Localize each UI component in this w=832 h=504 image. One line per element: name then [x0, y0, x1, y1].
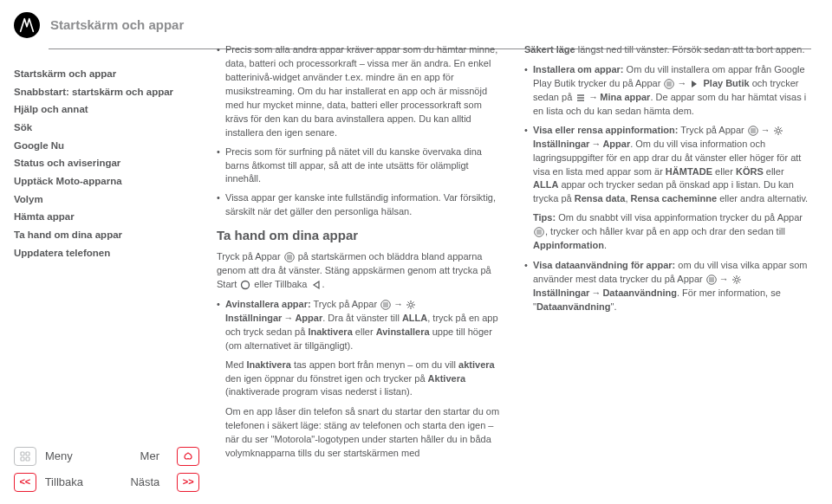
svg-point-12	[289, 258, 290, 260]
svg-point-28	[669, 81, 671, 83]
nav-item[interactable]: Ta hand om dina appar	[14, 228, 199, 242]
svg-point-46	[751, 132, 752, 133]
svg-point-48	[754, 132, 756, 133]
menu-label: Meny	[45, 449, 123, 465]
nav-item[interactable]: Uppdatera telefonen	[14, 246, 199, 261]
svg-rect-0	[21, 452, 24, 456]
apps-grid-icon	[748, 126, 758, 136]
svg-point-14	[242, 281, 250, 288]
sidebar-footer: Meny Mer << Tillbaka Nästa >>	[0, 440, 199, 504]
paragraph: Säkert läge längst ned till vänster. För…	[524, 43, 811, 57]
back-label: Tillbaka	[45, 475, 122, 491]
svg-point-59	[540, 234, 542, 236]
home-icon	[240, 280, 250, 290]
svg-rect-3	[26, 457, 29, 461]
svg-point-19	[383, 304, 385, 306]
svg-point-27	[667, 81, 669, 83]
svg-point-51	[536, 230, 538, 232]
motorola-logo	[14, 12, 40, 38]
svg-point-64	[709, 279, 711, 281]
svg-rect-2	[21, 457, 24, 461]
svg-point-13	[290, 258, 292, 260]
svg-point-24	[387, 306, 388, 307]
svg-point-54	[536, 232, 538, 234]
sidebar-nav: Startskärm och appar Snabbstart: startsk…	[0, 67, 199, 263]
svg-point-43	[751, 130, 752, 132]
content: Precis som alla andra appar kräver appar…	[199, 0, 832, 504]
svg-point-52	[538, 230, 540, 232]
svg-point-66	[712, 279, 714, 281]
apps-grid-icon	[380, 300, 391, 310]
col-1: Precis som alla andra appar kräver appar…	[217, 43, 504, 492]
svg-point-40	[751, 128, 752, 130]
more-icon[interactable]	[177, 447, 199, 466]
more-label: Mer	[140, 449, 159, 465]
apps-grid-icon	[534, 227, 544, 237]
settings-icon	[773, 126, 783, 136]
apps-grid-icon	[284, 252, 295, 262]
svg-point-63	[712, 277, 714, 279]
nav-item[interactable]: Upptäck Moto-apparna	[14, 174, 199, 189]
nav-item[interactable]: Snabbstart: startskärm och appar	[14, 85, 199, 100]
settings-icon	[731, 275, 742, 285]
svg-point-49	[777, 129, 780, 132]
svg-point-18	[387, 302, 388, 304]
nav-item[interactable]: Startskärm och appar	[14, 67, 199, 81]
settings-icon	[406, 300, 416, 310]
svg-point-34	[669, 85, 671, 87]
nav-item[interactable]: Sök	[14, 120, 199, 135]
svg-point-65	[711, 279, 712, 281]
apps-grid-icon	[664, 79, 674, 89]
svg-point-31	[669, 83, 671, 85]
bullet: Installera om appar: Om du vill installe…	[524, 63, 811, 119]
bullet: Avinstallera appar: Tryck på Appar → Ins…	[217, 298, 504, 461]
svg-point-21	[387, 304, 388, 306]
play-store-icon	[689, 79, 699, 89]
svg-point-45	[754, 130, 756, 132]
nav-item[interactable]: Hämta appar	[14, 210, 199, 224]
back-triangle-icon	[311, 280, 322, 290]
svg-point-30	[667, 83, 669, 85]
paragraph: Tryck på Appar på startskärmen och blädd…	[217, 250, 504, 292]
svg-point-11	[287, 258, 289, 260]
svg-point-42	[754, 128, 756, 130]
svg-point-22	[383, 306, 385, 307]
nav-item[interactable]: Volym	[14, 192, 199, 207]
sidebar: Startskärm och appar Startskärm och appa…	[0, 0, 199, 504]
svg-point-16	[383, 302, 385, 304]
svg-point-25	[409, 303, 413, 307]
next-icon[interactable]: >>	[177, 473, 199, 492]
svg-point-44	[752, 130, 754, 132]
bullet: Vissa appar ger kanske inte fullständig …	[217, 191, 504, 219]
subheading: Ta hand om dina appar	[217, 226, 504, 245]
bullet: Visa eller rensa appinformation: Tryck p…	[524, 124, 811, 253]
sub-paragraph: Med Inaktivera tas appen bort från menyn…	[225, 359, 504, 400]
svg-point-70	[735, 278, 738, 281]
menu-icon[interactable]	[14, 447, 36, 466]
page-title: Startskärm och appar	[50, 16, 184, 35]
svg-point-58	[538, 234, 540, 236]
svg-point-32	[671, 83, 673, 85]
svg-point-6	[289, 255, 290, 256]
hamburger-icon	[575, 93, 586, 103]
svg-point-23	[385, 306, 387, 307]
svg-point-56	[540, 232, 542, 234]
tips: Tips: Om du snabbt vill visa appinformat…	[533, 211, 811, 253]
svg-point-8	[287, 256, 289, 258]
bullet: Precis som för surfning på nätet vill du…	[217, 145, 504, 187]
apps-grid-icon	[706, 275, 717, 285]
svg-point-68	[711, 281, 712, 282]
svg-point-20	[385, 304, 387, 306]
svg-rect-1	[26, 452, 29, 456]
svg-point-5	[287, 255, 289, 256]
svg-point-10	[290, 256, 292, 258]
svg-point-9	[289, 256, 290, 258]
nav-item[interactable]: Status och aviseringar	[14, 156, 199, 171]
sub-paragraph: Om en app låser din telefon så snart du …	[225, 405, 504, 461]
back-icon[interactable]: <<	[14, 473, 36, 492]
nav-item[interactable]: Google Nu	[14, 139, 199, 153]
svg-point-33	[667, 85, 669, 87]
nav-item[interactable]: Hjälp och annat	[14, 102, 199, 117]
svg-point-41	[752, 128, 754, 130]
svg-point-7	[290, 255, 292, 256]
